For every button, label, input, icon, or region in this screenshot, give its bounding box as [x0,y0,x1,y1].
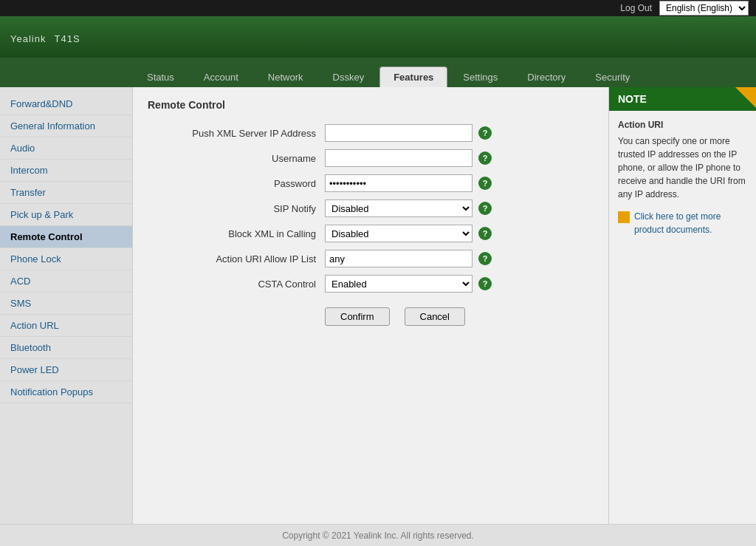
sidebar-item-general-information[interactable]: General Information [0,115,132,137]
tab-security[interactable]: Security [581,66,644,87]
form-row-csta-control: CSTA Control Disabled Enabled ? [148,275,594,293]
tab-directory[interactable]: Directory [513,66,580,87]
sidebar-item-intercom[interactable]: Intercom [0,160,132,182]
note-header-text: NOTE [618,93,647,105]
top-bar: Log Out English (English) [0,0,756,16]
sidebar-item-acd[interactable]: ACD [0,270,132,293]
label-push-xml: Push XML Server IP Address [148,128,325,139]
note-panel: NOTE Action URI You can specify one or m… [608,87,756,524]
sidebar-item-forward-dnd[interactable]: Forward&DND [0,93,132,115]
sidebar: Forward&DND General Information Audio In… [0,87,133,524]
sidebar-item-transfer[interactable]: Transfer [0,182,132,204]
form-row-sip-notify: SIP Notify Disabled Enabled ? [148,199,594,217]
logo: Yealink T41S [7,27,80,47]
language-select[interactable]: English (English) [659,1,749,16]
sidebar-item-audio[interactable]: Audio [0,137,132,160]
sidebar-item-bluetooth[interactable]: Bluetooth [0,337,132,359]
header: Yealink T41S [0,16,756,58]
tab-dsskey[interactable]: Dsskey [319,66,379,87]
help-icon-password[interactable]: ? [478,177,492,190]
input-password[interactable] [325,174,472,192]
section-title: Remote Control [148,99,594,114]
confirm-button[interactable]: Confirm [325,307,390,326]
button-row: Confirm Cancel [148,307,594,326]
form-row-push-xml: Push XML Server IP Address ? [148,124,594,142]
label-password: Password [148,178,325,189]
input-push-xml[interactable] [325,124,472,142]
note-header: NOTE [609,87,756,111]
note-text: You can specify one or more trusted IP a… [618,134,747,201]
form-row-action-uri-allow: Action URI Allow IP List ? [148,250,594,267]
note-body: Action URI You can specify one or more t… [609,111,756,244]
sidebar-item-action-url[interactable]: Action URL [0,315,132,337]
label-sip-notify: SIP Notify [148,203,325,214]
cancel-button[interactable]: Cancel [405,307,465,326]
label-csta-control: CSTA Control [148,279,325,290]
input-action-uri-allow[interactable] [325,250,472,267]
sidebar-item-phone-lock[interactable]: Phone Lock [0,248,132,270]
form-row-username: Username ? [148,149,594,167]
model-name: T41S [55,33,80,44]
help-icon-push-xml[interactable]: ? [478,126,492,140]
note-title: Action URI [618,118,747,132]
select-csta-control[interactable]: Disabled Enabled [325,275,472,293]
label-block-xml: Block XML in Calling [148,228,325,239]
note-link-text: Click here to get more product documents… [634,210,747,236]
label-username: Username [148,153,325,164]
note-corner-decoration [735,87,756,108]
brand-name: Yealink [10,33,46,44]
help-icon-action-uri-allow[interactable]: ? [478,252,492,265]
help-icon-block-xml[interactable]: ? [478,227,492,240]
label-action-uri-allow: Action URI Allow IP List [148,253,325,265]
form-row-password: Password ? [148,174,594,192]
main-layout: Forward&DND General Information Audio In… [0,87,756,524]
tab-status[interactable]: Status [133,66,188,87]
tab-features[interactable]: Features [379,66,447,87]
help-icon-csta-control[interactable]: ? [478,277,492,290]
tab-account[interactable]: Account [190,66,252,87]
note-link-icon [618,211,630,223]
nav-tabs: Status Account Network Dsskey Features S… [0,58,756,87]
sidebar-item-notification-popups[interactable]: Notification Popups [0,381,132,403]
copyright-text: Copyright © 2021 Yealink Inc. All rights… [282,530,474,541]
sidebar-item-pick-up-park[interactable]: Pick up & Park [0,204,132,226]
select-block-xml[interactable]: Disabled Enabled [325,225,472,242]
logout-link[interactable]: Log Out [620,3,652,13]
content-area: Remote Control Push XML Server IP Addres… [133,87,608,524]
help-icon-sip-notify[interactable]: ? [478,202,492,215]
note-link[interactable]: Click here to get more product documents… [618,210,747,236]
tab-settings[interactable]: Settings [449,66,512,87]
sidebar-item-remote-control[interactable]: Remote Control [0,226,132,248]
input-username[interactable] [325,149,472,167]
tab-network[interactable]: Network [254,66,317,87]
sidebar-item-power-led[interactable]: Power LED [0,359,132,381]
select-sip-notify[interactable]: Disabled Enabled [325,199,472,217]
form-row-block-xml: Block XML in Calling Disabled Enabled ? [148,225,594,242]
footer: Copyright © 2021 Yealink Inc. All rights… [0,524,756,546]
sidebar-item-sms[interactable]: SMS [0,293,132,315]
help-icon-username[interactable]: ? [478,151,492,165]
